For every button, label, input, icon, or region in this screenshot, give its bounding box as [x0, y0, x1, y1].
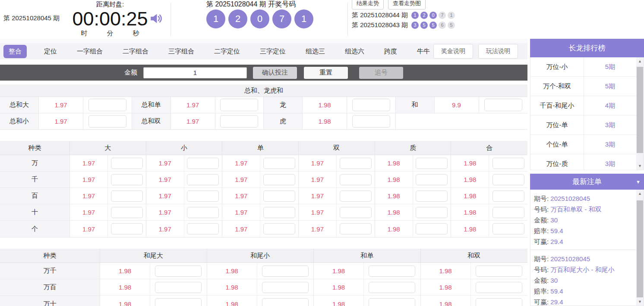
bet-amount-box[interactable] [155, 298, 202, 306]
bet-input-cell [260, 155, 299, 171]
tab-组选三[interactable]: 组选三 [303, 45, 328, 58]
scrollbar[interactable]: ▲▼ [636, 57, 644, 170]
scroll-up-icon[interactable]: ▲ [636, 190, 644, 197]
scroll-down-icon[interactable]: ▼ [636, 163, 644, 169]
row-label: 百 [0, 188, 70, 204]
tab-组选六[interactable]: 组选六 [342, 45, 367, 58]
confirm-bet-button[interactable]: 确认投注 [253, 67, 297, 79]
bet-amount-box[interactable] [262, 298, 309, 306]
bet-amount-box[interactable] [369, 265, 415, 277]
tab-定位[interactable]: 定位 [41, 45, 60, 58]
amount-input[interactable] [143, 67, 247, 78]
odds-value: 1.97 [146, 172, 184, 187]
scrollbar[interactable]: ▲▼ [636, 190, 644, 306]
bet-amount-box[interactable] [155, 265, 202, 277]
bet-amount-box[interactable] [484, 99, 522, 111]
tab-跨度[interactable]: 跨度 [382, 45, 400, 58]
bet-amount-box[interactable] [220, 99, 258, 111]
bet-amount-box[interactable] [416, 190, 448, 202]
dragon-streak-count: 3期 [584, 154, 636, 170]
bet-input-cell [260, 188, 299, 204]
rules-info-button[interactable]: 玩法说明 [478, 44, 518, 59]
bet-amount-box[interactable] [340, 158, 372, 169]
bet-amount-box[interactable] [416, 223, 448, 234]
bet-amount-box[interactable] [111, 174, 143, 185]
row-label: 十 [0, 204, 70, 220]
tail-sum-odds-table: 种类和尾大和尾小和单和双万千1.981.981.981.98万百1.981.98… [0, 249, 527, 306]
order-field-label: 号码: [534, 206, 550, 213]
tab-二字组合[interactable]: 二字组合 [120, 45, 151, 58]
bet-amount-box[interactable] [263, 207, 295, 218]
odds-value: 1.97 [146, 204, 184, 220]
odds-value: 1.97 [222, 221, 260, 237]
bet-amount-box[interactable] [492, 158, 524, 169]
bet-amount-box[interactable] [187, 190, 219, 202]
history-row: 第 20251028043 期35565 [352, 20, 455, 30]
bet-amount-box[interactable] [416, 207, 448, 218]
tab-一字组合[interactable]: 一字组合 [74, 45, 105, 58]
bet-amount-box[interactable] [88, 115, 126, 128]
order-field-value: 万百和单双 - 和双 [550, 206, 601, 213]
order-field-label: 号码: [534, 266, 550, 273]
scroll-thumb[interactable] [637, 67, 643, 153]
bet-amount-box[interactable] [111, 207, 143, 218]
bet-amount-box[interactable] [263, 174, 295, 185]
bet-amount-box[interactable] [155, 282, 202, 293]
bet-amount-box[interactable] [492, 174, 524, 185]
tab-整合[interactable]: 整合 [3, 45, 27, 58]
bet-amount-box[interactable] [187, 207, 219, 218]
bet-amount-box[interactable] [340, 174, 372, 185]
bet-amount-box[interactable] [187, 223, 219, 234]
bet-amount-box[interactable] [340, 190, 372, 202]
bet-amount-box[interactable] [340, 207, 372, 218]
bet-amount-box[interactable] [262, 282, 309, 293]
bet-amount-box[interactable] [187, 158, 219, 169]
scroll-up-icon[interactable]: ▲ [636, 58, 644, 64]
collapse-caret-icon[interactable]: ▼ [636, 179, 641, 184]
odds-value: 1.97 [299, 155, 337, 171]
speaker-icon[interactable] [149, 11, 164, 26]
bet-amount-box[interactable] [262, 265, 309, 277]
bet-amount-box[interactable] [476, 282, 522, 293]
bet-amount-box[interactable] [476, 298, 522, 306]
bet-amount-box[interactable] [476, 265, 522, 277]
bet-amount-box[interactable] [111, 223, 143, 234]
bet-amount-box[interactable] [369, 298, 415, 306]
bet-amount-box[interactable] [492, 207, 524, 218]
tab-牛牛[interactable]: 牛牛 [414, 45, 432, 58]
bet-amount-box[interactable] [352, 115, 390, 128]
bet-amount-box[interactable] [492, 190, 524, 202]
bet-input-cell [108, 172, 146, 187]
chase-number-button[interactable]: 追号 [359, 67, 403, 79]
bet-input-cell [364, 279, 421, 295]
bet-amount-box[interactable] [88, 99, 126, 111]
reset-button[interactable]: 重置 [304, 67, 348, 79]
bet-amount-box[interactable] [416, 174, 448, 185]
bet-amount-box[interactable] [340, 223, 372, 234]
tab-三字组合[interactable]: 三字组合 [166, 45, 197, 58]
bet-amount-box[interactable] [111, 158, 143, 169]
view-trend-chart-button[interactable]: 查看走势图 [388, 0, 426, 9]
row-label: 万千 [0, 263, 100, 279]
order-amount: 金额: 30 [534, 215, 640, 225]
odds-value: 1.98 [451, 155, 489, 171]
odds-group-总和大: 总和大1.97 [0, 97, 132, 113]
bet-input-cell [489, 204, 527, 220]
scroll-thumb[interactable] [637, 200, 643, 297]
prize-info-button[interactable]: 奖金说明 [433, 44, 473, 59]
scroll-down-icon[interactable]: ▼ [636, 299, 644, 305]
bet-amount-box[interactable] [187, 174, 219, 185]
odds-table-row: 千1.971.971.971.971.981.98 [0, 172, 527, 188]
bet-amount-box[interactable] [220, 115, 258, 128]
bet-amount-box[interactable] [416, 158, 448, 169]
bet-amount-box[interactable] [369, 282, 415, 293]
bet-amount-box[interactable] [492, 223, 524, 234]
bet-amount-box[interactable] [352, 99, 390, 111]
result-trend-button[interactable]: 结果走势 [352, 0, 384, 9]
bet-amount-box[interactable] [263, 190, 295, 202]
tab-二字定位[interactable]: 二字定位 [212, 45, 243, 58]
bet-amount-box[interactable] [263, 158, 295, 169]
bet-amount-box[interactable] [263, 223, 295, 234]
tab-三字定位[interactable]: 三字定位 [257, 45, 288, 58]
bet-amount-box[interactable] [111, 190, 143, 202]
